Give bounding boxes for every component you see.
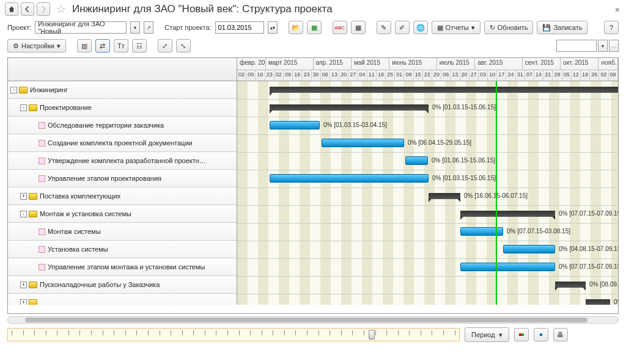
summary-bar[interactable] <box>586 299 610 305</box>
edit-icon[interactable]: ✎ <box>377 21 391 34</box>
task-bar[interactable] <box>405 156 428 165</box>
red-abc-icon[interactable]: ABC <box>333 21 347 34</box>
close-button[interactable]: × <box>615 5 620 15</box>
task-row[interactable]: +Пусконаладочные работы у Заказчика <box>8 276 237 294</box>
task-row[interactable]: Создание комплекта проектной документаци… <box>8 134 237 152</box>
period-button[interactable]: Период ▾ <box>465 327 509 342</box>
print-icon[interactable]: 🖶 <box>553 328 568 341</box>
zoom-fit-icon[interactable]: ⤢ <box>158 39 172 53</box>
task-row[interactable]: Утверждение комплекта разработанной прое… <box>8 152 237 170</box>
zoom-slider[interactable] <box>7 328 460 341</box>
task-name: Монтаж системы <box>48 228 101 235</box>
task-tree[interactable]: -Инжиниринг-ПроектированиеОбследование т… <box>8 81 237 305</box>
day-cell: 25 <box>386 70 395 81</box>
task-name: Инжиниринг <box>30 86 68 93</box>
bar-label: 0% [07.07.15-07.09.15] <box>559 263 618 270</box>
doc-edit-icon[interactable]: ✐ <box>395 21 410 34</box>
gantt-bars-area[interactable]: 0% [01.03.15-15.06.15]0% [01.03.15-03.04… <box>237 81 618 305</box>
calendar-icon[interactable]: ▦ <box>351 21 366 34</box>
expand-toggle[interactable]: - <box>20 104 27 111</box>
month-cell: июль 2015 <box>437 58 475 70</box>
task-bar[interactable] <box>270 121 320 129</box>
right-combo-more[interactable]: … <box>609 40 619 52</box>
project-combo-dropdown[interactable]: ▾ <box>130 21 140 34</box>
task-bar[interactable] <box>503 245 555 253</box>
settings-button[interactable]: ⚙ Настройки ▾ <box>7 39 66 53</box>
horizontal-scrollbar[interactable] <box>7 316 619 324</box>
bar-label: 0% [04.08.15-07.09.15] <box>559 246 618 252</box>
task-icon <box>39 228 45 235</box>
start-label: Старт проекта: <box>164 24 211 31</box>
task-row[interactable]: Управление этапом проектирования <box>8 170 237 187</box>
task-row[interactable]: Установка системы <box>8 241 237 258</box>
gantt-chart: февр. 2015март 2015апр. 2015май 2015июнь… <box>7 57 619 314</box>
zoom-thumb[interactable] <box>369 330 375 340</box>
expand-toggle[interactable]: - <box>20 211 27 217</box>
columns-icon[interactable]: ▥ <box>77 39 92 53</box>
task-row[interactable]: + <box>8 294 237 305</box>
save-button[interactable]: 💾 Записать <box>537 21 587 34</box>
date-stepper[interactable]: ▴▾ <box>268 21 278 34</box>
month-cell: май 2015 <box>352 58 389 70</box>
expand-toggle[interactable]: + <box>20 193 27 200</box>
blue-legend-icon[interactable] <box>534 328 548 341</box>
day-cell: 19 <box>581 70 590 81</box>
summary-bar[interactable] <box>270 104 429 111</box>
globe-icon[interactable]: 🌐 <box>413 21 428 34</box>
green-legend-icon[interactable] <box>514 328 529 341</box>
project-combo-open[interactable]: ↗ <box>144 21 153 34</box>
day-cell: 30 <box>312 70 321 81</box>
summary-bar[interactable] <box>270 87 618 93</box>
task-bar[interactable] <box>270 174 429 183</box>
zoom-sel-icon[interactable]: ⤡ <box>176 39 191 53</box>
day-cell: 27 <box>348 70 358 81</box>
project-combo[interactable]: Инжиниринг для ЗАО "Новый <box>35 21 127 34</box>
bar-label: 0% [07.07.15-07.09.15] <box>559 210 618 217</box>
right-combo[interactable] <box>556 40 597 52</box>
bar-label: 0% [01.03.15-15.06.15] <box>432 175 496 181</box>
task-row[interactable]: +Поставка комплектующих <box>8 187 237 205</box>
text-icon[interactable]: Tт <box>114 39 128 53</box>
day-cell: 29 <box>432 70 441 81</box>
day-cell: 17 <box>497 70 506 81</box>
forward-button[interactable] <box>37 2 50 16</box>
folder-open-icon[interactable]: 📂 <box>289 21 303 34</box>
link-icon[interactable]: ⇄ <box>95 39 110 53</box>
day-cell: 09 <box>609 70 618 81</box>
day-cell: 22 <box>423 70 432 81</box>
task-row[interactable]: Монтаж системы <box>8 223 237 241</box>
day-cell: 04 <box>358 70 367 81</box>
day-cell: 07 <box>525 70 534 81</box>
bar-label: 0% [06.04.15-29.05.15] <box>408 139 471 146</box>
right-combo-dropdown[interactable]: ▾ <box>598 40 608 52</box>
refresh-button[interactable]: ↻ Обновить <box>484 21 534 34</box>
summary-bar[interactable] <box>460 211 555 217</box>
star-icon[interactable]: ☆ <box>56 2 66 16</box>
expand-toggle[interactable]: + <box>20 299 27 305</box>
task-icon <box>39 140 45 147</box>
help-button[interactable]: ? <box>604 21 619 34</box>
task-row[interactable]: Обследование территории заказчика <box>8 117 237 134</box>
reports-button[interactable]: ▦ Отчеты ▾ <box>432 21 481 34</box>
summary-bar[interactable] <box>429 193 460 199</box>
task-row[interactable]: Управление этапом монтажа и установки си… <box>8 258 237 276</box>
bar-label: 0% [01.06.15-15.06.15] <box>432 157 495 164</box>
expand-toggle[interactable]: + <box>20 282 27 288</box>
start-date-input[interactable] <box>215 21 264 34</box>
task-row[interactable]: -Проектирование <box>8 99 237 117</box>
day-cell: 16 <box>293 70 302 81</box>
task-row[interactable]: -Монтаж и установка системы <box>8 205 237 223</box>
hierarchy-icon[interactable]: ☷ <box>132 39 147 53</box>
expand-toggle[interactable]: - <box>10 87 17 93</box>
day-cell: 13 <box>451 70 460 81</box>
task-bar[interactable] <box>322 139 404 147</box>
month-cell: окт. 2015 <box>561 58 598 70</box>
home-button[interactable] <box>5 2 18 16</box>
back-button[interactable] <box>21 2 34 16</box>
task-bar[interactable] <box>460 263 555 271</box>
green-doc-icon[interactable]: ▦ <box>307 21 322 34</box>
summary-bar[interactable] <box>555 282 586 288</box>
bar-label: 0% [01.03.15-03.04.15] <box>323 122 387 128</box>
task-row[interactable]: -Инжиниринг <box>8 81 237 99</box>
folder-icon <box>29 299 37 305</box>
